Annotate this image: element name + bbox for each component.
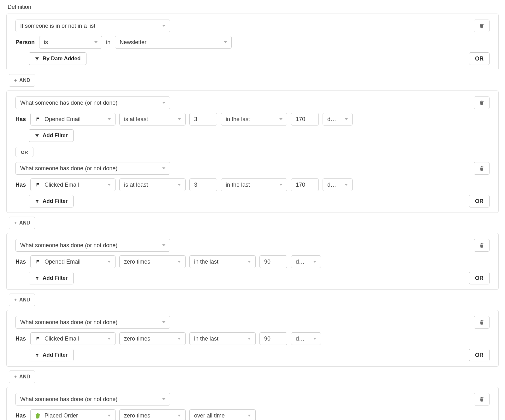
count-input[interactable] xyxy=(189,113,217,125)
chevron-down-icon xyxy=(162,102,165,104)
select-label: days xyxy=(327,116,339,123)
has-label: Has xyxy=(15,182,26,188)
add-filter-button[interactable]: Add Filter xyxy=(29,272,74,284)
chevron-down-icon xyxy=(313,338,316,340)
and-connector-button[interactable]: AND xyxy=(9,370,35,383)
trash-icon xyxy=(479,23,484,29)
unit-select[interactable]: days xyxy=(291,255,321,268)
chevron-down-icon xyxy=(178,118,181,120)
select-label: is at least xyxy=(124,116,172,123)
select-label: If someone is in or not in a list xyxy=(20,23,157,29)
and-connector-button[interactable]: AND xyxy=(9,294,35,306)
select-label: What someone has done (or not done) xyxy=(20,396,157,403)
count-input[interactable] xyxy=(189,178,217,191)
comparator-select[interactable]: zero times xyxy=(119,255,186,268)
duration-input[interactable] xyxy=(259,255,287,268)
duration-input[interactable] xyxy=(291,113,319,125)
comparator-select[interactable]: is at least xyxy=(119,178,186,191)
select-label: days xyxy=(296,335,307,342)
select-label: in the last xyxy=(226,116,274,123)
event-select[interactable]: Clicked Email xyxy=(30,332,116,345)
delete-condition-button[interactable] xyxy=(474,316,490,329)
chevron-down-icon xyxy=(313,261,316,263)
trash-icon xyxy=(479,100,484,106)
condition-type-select[interactable]: What someone has done (or not done) xyxy=(15,162,170,175)
chevron-down-icon xyxy=(345,118,348,120)
select-label: Placed Order xyxy=(45,412,102,419)
chevron-down-icon xyxy=(162,321,165,323)
and-label: AND xyxy=(19,374,30,380)
select-label: days xyxy=(296,259,307,265)
delete-condition-button[interactable] xyxy=(474,393,490,405)
condition-type-select[interactable]: What someone has done (or not done) xyxy=(15,239,170,252)
delete-condition-button[interactable] xyxy=(474,20,490,32)
plus-icon xyxy=(14,221,17,225)
condition-type-select[interactable]: What someone has done (or not done) xyxy=(15,393,170,405)
filter-icon xyxy=(35,133,39,138)
condition-block-engagement: What someone has done (or not done) Has … xyxy=(6,90,499,213)
has-label: Has xyxy=(15,259,26,265)
timeframe-select[interactable]: in the last xyxy=(221,178,287,191)
and-connector-button[interactable]: AND xyxy=(9,74,35,87)
list-select[interactable]: Newsletter xyxy=(115,36,232,49)
filter-icon xyxy=(35,56,39,61)
comparator-select[interactable]: zero times xyxy=(119,332,186,345)
or-button[interactable]: OR xyxy=(469,52,490,65)
unit-select[interactable]: days xyxy=(291,332,321,345)
chevron-down-icon xyxy=(162,25,165,27)
chevron-down-icon xyxy=(108,184,111,186)
condition-type-select[interactable]: If someone is in or not in a list xyxy=(15,20,170,32)
delete-condition-button[interactable] xyxy=(474,162,490,175)
unit-select[interactable]: days xyxy=(323,178,353,191)
chevron-down-icon xyxy=(248,261,251,263)
chevron-down-icon xyxy=(178,184,181,186)
or-button[interactable]: OR xyxy=(469,349,490,361)
condition-type-select[interactable]: What someone has done (or not done) xyxy=(15,96,170,109)
trash-icon xyxy=(479,396,484,402)
condition-block-opened-zero: What someone has done (or not done) Has … xyxy=(6,233,499,290)
trash-icon xyxy=(479,166,484,171)
filter-icon xyxy=(35,276,39,281)
person-label: Person xyxy=(15,39,35,46)
by-date-added-button[interactable]: By Date Added xyxy=(29,52,86,65)
chevron-down-icon xyxy=(345,184,348,186)
and-connector-button[interactable]: AND xyxy=(9,217,35,229)
button-label: Add Filter xyxy=(43,198,68,204)
delete-condition-button[interactable] xyxy=(474,96,490,109)
event-select[interactable]: Opened Email xyxy=(30,113,116,125)
or-label: OR xyxy=(475,198,484,205)
event-select[interactable]: Opened Email xyxy=(30,255,116,268)
chevron-down-icon xyxy=(108,118,111,120)
or-button[interactable]: OR xyxy=(469,272,490,284)
chevron-down-icon xyxy=(279,184,282,186)
duration-input[interactable] xyxy=(291,178,319,191)
and-label: AND xyxy=(19,220,30,226)
comparator-select[interactable]: is at least xyxy=(119,113,186,125)
add-filter-button[interactable]: Add Filter xyxy=(29,349,74,361)
or-button[interactable]: OR xyxy=(469,195,490,207)
is-select[interactable]: is xyxy=(39,36,102,49)
select-label: in the last xyxy=(194,259,242,265)
timeframe-select[interactable]: in the last xyxy=(221,113,287,125)
timeframe-select[interactable]: in the last xyxy=(189,255,256,268)
plus-icon xyxy=(14,79,17,82)
delete-condition-button[interactable] xyxy=(474,239,490,252)
event-select[interactable]: Clicked Email xyxy=(30,178,116,191)
chevron-down-icon xyxy=(178,338,181,340)
condition-type-select[interactable]: What someone has done (or not done) xyxy=(15,316,170,329)
add-filter-button[interactable]: Add Filter xyxy=(29,129,74,142)
trash-icon xyxy=(479,242,484,248)
event-select[interactable]: Placed Order xyxy=(30,409,116,420)
comparator-select[interactable]: zero times xyxy=(119,409,186,420)
add-filter-button[interactable]: Add Filter xyxy=(29,195,74,207)
or-label: OR xyxy=(475,55,484,62)
timeframe-select[interactable]: over all time xyxy=(189,409,256,420)
inner-or-chip[interactable]: OR xyxy=(15,147,33,157)
unit-select[interactable]: days xyxy=(323,113,353,125)
section-heading: Definition xyxy=(6,0,499,14)
duration-input[interactable] xyxy=(259,332,287,345)
filter-icon xyxy=(35,199,39,204)
select-label: What someone has done (or not done) xyxy=(20,319,157,326)
timeframe-select[interactable]: in the last xyxy=(189,332,256,345)
button-label: By Date Added xyxy=(43,55,80,62)
